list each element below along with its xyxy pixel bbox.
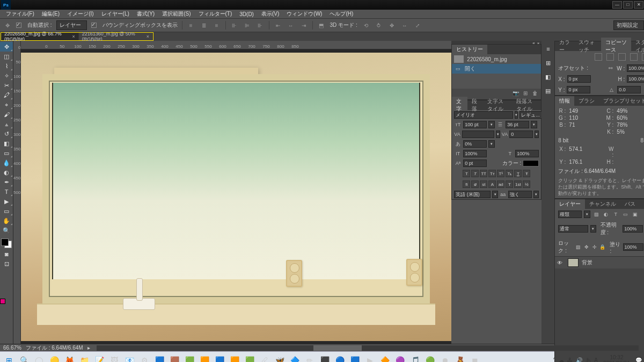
- clone-stamp-tool[interactable]: ⟁: [0, 119, 13, 129]
- app-icon[interactable]: ✏: [303, 353, 317, 363]
- distribute-icon[interactable]: ↔: [287, 21, 295, 30]
- zoom-icon[interactable]: 🟦: [348, 353, 362, 363]
- underline-button[interactable]: T: [514, 170, 522, 177]
- filter-type-icon[interactable]: T: [612, 211, 619, 218]
- blend-mode-select[interactable]: [558, 225, 588, 233]
- clone-source-4[interactable]: [630, 53, 638, 61]
- type-tool[interactable]: T: [0, 187, 13, 197]
- menu-file[interactable]: ファイル(F): [3, 10, 38, 18]
- explorer-icon[interactable]: 📁: [77, 353, 91, 363]
- photoshop-icon[interactable]: 🟦: [213, 353, 226, 363]
- distribute-icon[interactable]: ⊪: [230, 21, 239, 30]
- strikethrough-button[interactable]: Ŧ: [523, 170, 530, 177]
- gradient-tool[interactable]: ▭: [0, 148, 13, 158]
- align-icon[interactable]: ≡: [213, 21, 221, 30]
- lock-move-icon[interactable]: ✢: [591, 243, 597, 251]
- filter-pixel-icon[interactable]: ▧: [592, 211, 600, 218]
- dropdown-icon[interactable]: ▾: [584, 211, 590, 218]
- distribute-icon[interactable]: ⇥: [299, 21, 308, 30]
- task-view-icon[interactable]: ◯: [32, 353, 46, 363]
- clone-source-3[interactable]: [618, 53, 626, 61]
- hand-tool[interactable]: ✋: [0, 216, 13, 226]
- pen-tool[interactable]: ✒: [0, 177, 13, 187]
- clone-source-2[interactable]: [606, 53, 614, 61]
- menu-layer[interactable]: レイヤー(L): [98, 10, 133, 18]
- blur-tool[interactable]: 💧: [0, 158, 13, 168]
- color-tab[interactable]: カラー: [555, 38, 574, 55]
- clone-source-1[interactable]: [595, 53, 602, 61]
- opentype-button[interactable]: 1st: [514, 180, 522, 188]
- app-icon[interactable]: 🔷: [288, 353, 302, 363]
- vscale-input[interactable]: [463, 150, 487, 157]
- dropdown-icon[interactable]: ▾: [535, 131, 539, 138]
- menu-edit[interactable]: 編集(E): [39, 10, 63, 18]
- info-tab[interactable]: 情報: [555, 96, 574, 106]
- tsume-input[interactable]: [463, 140, 487, 148]
- align-icon[interactable]: ≣: [200, 21, 208, 30]
- allcaps-button[interactable]: TT: [480, 170, 487, 177]
- dropdown-icon[interactable]: ▾: [515, 111, 518, 119]
- firefox-icon[interactable]: 🦊: [62, 353, 76, 363]
- 3d-roll-icon[interactable]: ⥁: [375, 21, 383, 30]
- smallcaps-button[interactable]: Tт: [488, 170, 496, 177]
- menu-window[interactable]: ウィンドウ(W): [283, 10, 325, 18]
- layer-filter-select[interactable]: [558, 211, 582, 218]
- color-swatches[interactable]: [0, 237, 13, 249]
- lock-position-icon[interactable]: ✥: [583, 243, 589, 251]
- app-icon[interactable]: 🟫: [167, 353, 181, 363]
- tracking-input[interactable]: [509, 131, 533, 138]
- italic-button[interactable]: T: [471, 170, 479, 177]
- collapsed-panel-icon[interactable]: ◧: [541, 72, 554, 82]
- history-tab[interactable]: ヒストリー: [452, 45, 487, 54]
- layers-tab[interactable]: レイヤー: [555, 199, 585, 209]
- opentype-button[interactable]: st: [480, 180, 487, 188]
- font-style-input[interactable]: [519, 111, 543, 119]
- start-button[interactable]: ⊞: [2, 353, 16, 363]
- photos-icon[interactable]: 🖼: [107, 353, 121, 363]
- distribute-icon[interactable]: ⊫: [243, 21, 252, 30]
- align-icon[interactable]: ≡: [187, 21, 195, 30]
- tray-network-icon[interactable]: 🖧: [567, 357, 573, 362]
- notepad-icon[interactable]: 📝: [92, 353, 106, 363]
- layer-name[interactable]: 背景: [582, 259, 592, 266]
- magic-wand-tool[interactable]: ✧: [0, 71, 13, 81]
- fill-input[interactable]: [623, 243, 643, 251]
- zoom-level[interactable]: 66.67%: [3, 345, 21, 351]
- filter-adjust-icon[interactable]: ◐: [602, 211, 610, 218]
- filter-smart-icon[interactable]: ▣: [631, 211, 639, 218]
- 3d-scale-icon[interactable]: ⤢: [413, 21, 422, 30]
- app-icon[interactable]: 🟢: [423, 353, 437, 363]
- menu-help[interactable]: ヘルプ(H): [326, 10, 356, 18]
- opentype-button[interactable]: ad: [497, 180, 504, 188]
- close-tab-icon[interactable]: ×: [147, 34, 149, 39]
- window-close-button[interactable]: ✕: [634, 1, 643, 9]
- opentype-button[interactable]: ½: [523, 180, 530, 188]
- healing-brush-tool[interactable]: ⌖: [0, 100, 13, 110]
- app-icon[interactable]: 🟦: [152, 353, 166, 363]
- chrome-icon[interactable]: 🟡: [47, 353, 61, 363]
- history-source[interactable]: 22026580_m.jpg: [452, 54, 541, 64]
- window-maximize-button[interactable]: □: [623, 1, 633, 9]
- font-family-input[interactable]: [454, 111, 513, 119]
- menu-filter[interactable]: フィルター(T): [195, 10, 236, 18]
- copy-source-tab[interactable]: コピーソース: [601, 38, 631, 55]
- tray-ime-a-icon[interactable]: A: [594, 357, 598, 362]
- window-minimize-button[interactable]: —: [612, 1, 622, 9]
- swatches-tab[interactable]: スウォッチ: [574, 38, 601, 55]
- 3d-slide-icon[interactable]: ↔: [400, 21, 409, 30]
- dropdown-icon[interactable]: ▾: [531, 121, 537, 128]
- illustrator-icon[interactable]: 🟧: [228, 353, 241, 363]
- language-select[interactable]: [454, 191, 491, 198]
- history-brush-tool[interactable]: ↺: [0, 129, 13, 139]
- system-clock[interactable]: 10:32 2021/08/21: [601, 354, 632, 363]
- collapsed-panel-icon[interactable]: ⊞: [541, 58, 554, 68]
- link-icon[interactable]: ⚯: [607, 64, 614, 72]
- record-icon[interactable]: ⏺: [438, 353, 452, 363]
- styles-tab[interactable]: スタイル: [631, 38, 644, 55]
- app-icon[interactable]: 🖊: [258, 353, 272, 363]
- y-input[interactable]: [567, 86, 590, 93]
- dropdown-icon[interactable]: ▾: [488, 140, 495, 148]
- zoom-tool[interactable]: 🔍: [0, 226, 13, 235]
- quick-mask-indicator[interactable]: [0, 299, 5, 304]
- opentype-button[interactable]: T: [506, 180, 513, 188]
